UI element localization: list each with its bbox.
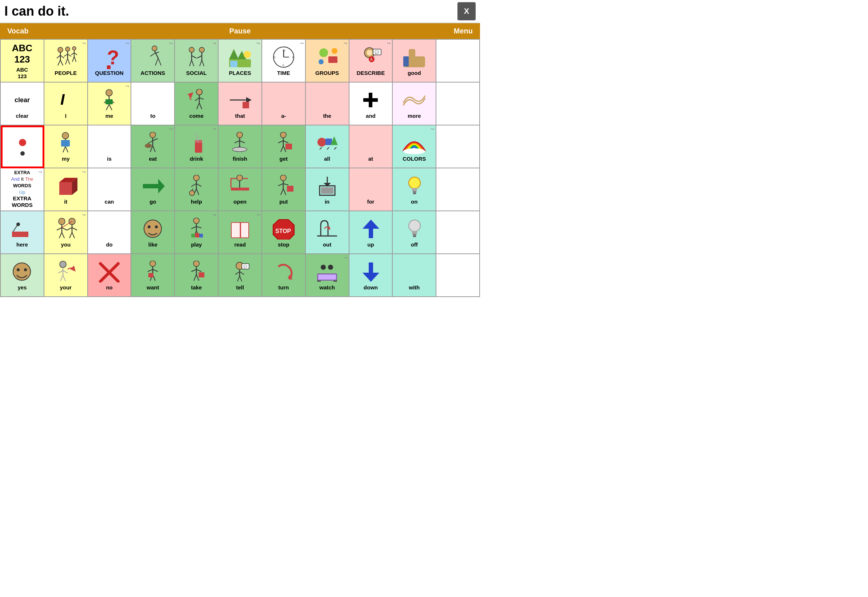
cell-empty5[interactable] [436,211,480,254]
cell-empty3[interactable] [436,125,480,168]
cell-social[interactable]: ↪ SOCIAL [175,40,218,83]
cell-that[interactable]: that [218,83,262,125]
cell-tell[interactable]: 💬 tell [218,254,262,297]
empty4-icon [445,178,471,201]
cell-eat[interactable]: ↪ eat [131,125,175,168]
cell-places[interactable]: ↪ PLACES [218,40,262,83]
cell-stop[interactable]: STOP stop [262,211,306,254]
cell-at[interactable]: at [349,125,393,168]
svg-point-100 [237,132,242,138]
cell-come[interactable]: come [175,83,218,125]
svg-line-173 [191,227,196,229]
cell-up[interactable]: up [349,211,393,254]
I-label: I [65,113,67,119]
nav-pause[interactable]: Pause [162,23,318,39]
cell-and[interactable]: and [349,83,393,125]
cell-all[interactable]: all [306,125,349,168]
svg-line-22 [150,53,155,56]
cell-drink[interactable]: ↪ drink [175,125,218,168]
svg-text:I: I [60,91,65,108]
cell-groups[interactable]: ↪ GROUPS [306,40,349,83]
cell-you[interactable]: ↪ you [45,211,88,254]
question-icon: ? [97,45,122,69]
cell-take[interactable]: take [175,254,218,297]
cell-can[interactable]: can [88,168,132,211]
cell-colors[interactable]: ↪ COLORS [393,125,436,168]
navigate-icon: ↪ [39,169,42,175]
cell-like[interactable]: like [131,211,175,254]
it-label: it [64,199,67,205]
your-icon [53,260,79,284]
svg-line-157 [57,227,62,230]
cell-people[interactable]: ↪ PEOPLE [45,40,88,83]
cell-want[interactable]: want [131,254,175,297]
svg-line-215 [194,275,196,281]
cell-out[interactable]: out [306,211,349,254]
cell-me[interactable]: ↪ me [88,83,132,125]
time-icon: 12 3 6 9 [271,45,296,69]
cell-yes[interactable]: yes [1,254,45,297]
cell-read[interactable]: ↪ read [218,211,262,254]
svg-marker-121 [59,182,72,195]
all-label: all [324,156,330,162]
abc-label: ABC 123 [16,67,28,80]
svg-line-33 [197,56,202,58]
cell-help[interactable]: help [175,168,218,211]
cell-clear[interactable]: clearclear [1,83,45,125]
cell-empty4[interactable] [436,168,480,211]
cell-open[interactable]: open [218,168,262,211]
cell-put[interactable]: put [262,168,306,211]
cell-finish[interactable]: finish [218,125,262,168]
cell-go[interactable]: go [131,168,175,211]
cell-is[interactable]: is [88,125,132,168]
cell-time[interactable]: ↪ 12 3 6 9 TIME [262,40,306,83]
cell-more[interactable]: more [393,83,436,125]
do-icon [97,217,122,241]
close-button[interactable]: X [458,2,476,20]
cell-your[interactable]: your [45,254,88,297]
cell-on[interactable]: on [393,168,436,211]
more-icon [401,88,427,112]
cell-dot[interactable] [1,125,45,168]
cell-empty6[interactable] [436,254,480,297]
cell-empty2[interactable] [436,83,480,125]
svg-line-224 [238,276,240,281]
cell-get[interactable]: get [262,125,306,168]
cell-for[interactable]: for [349,168,393,211]
cell-I[interactable]: I I [45,83,88,125]
cell-in[interactable]: in [306,168,349,211]
svg-line-2 [57,55,60,58]
svg-text:STOP: STOP [275,228,291,234]
cell-turn[interactable]: turn [262,254,306,297]
cell-down[interactable]: down [349,254,393,297]
cell-it[interactable]: ↪ it [45,168,88,211]
out-label: out [323,241,331,248]
cell-extra[interactable]: ↪ EXTRA AndItThe WORDS Up EXTRA WORDS [1,168,45,211]
cell-a[interactable]: a- [262,83,306,125]
a-label: a- [281,113,286,119]
cell-empty1[interactable] [436,40,480,83]
cell-question[interactable]: ↪ ? QUESTION [88,40,132,83]
cell-my[interactable]: my [45,125,88,168]
cell-play[interactable]: ↪ play [175,211,218,254]
cell-no[interactable]: no [88,254,132,297]
cell-actions[interactable]: ↪ ACTIONS [131,40,175,83]
cell-watch[interactable]: ↪ watch [306,254,349,297]
nav-menu[interactable]: Menu [317,23,480,39]
nav-vocab[interactable]: Vocab [0,23,162,39]
cell-do[interactable]: do [88,211,132,254]
cell-to[interactable]: to [131,83,175,125]
cell-off[interactable]: off [393,211,436,254]
svg-point-50 [318,59,324,64]
cell-good[interactable]: good [393,40,436,83]
svg-line-17 [74,56,76,62]
cell-the[interactable]: the [306,83,349,125]
svg-line-11 [68,58,70,64]
svg-point-75 [196,89,202,95]
read-icon [227,217,253,241]
cell-here[interactable]: here [1,211,45,254]
cell-abc[interactable]: ABC123ABC 123 [1,40,45,83]
svg-point-211 [193,261,199,266]
cell-describe[interactable]: ↪ 💬 A DESCRIBE [349,40,393,83]
cell-with[interactable]: with [393,254,436,297]
